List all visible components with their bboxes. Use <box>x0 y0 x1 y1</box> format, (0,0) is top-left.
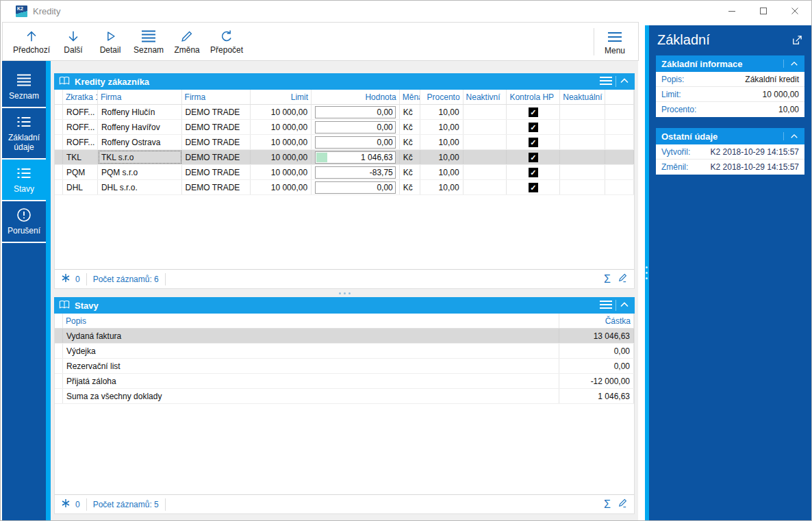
table-row[interactable]: ROFF...Roffeny HlučínDEMO TRADE10 000,00… <box>55 105 634 120</box>
column-header-firma[interactable]: Firma <box>98 90 182 104</box>
toolbar-button-label: Detail <box>100 45 121 55</box>
toolbar: PředchozíDalšíDetailSeznamZměnaPřepočet … <box>2 22 639 61</box>
table-row[interactable]: ROFF...Roffeny HavířovDEMO TRADE10 000,0… <box>55 120 634 135</box>
toolbar-button-recalculate[interactable]: Přepočet <box>205 25 248 59</box>
hodnota-input[interactable]: 0,00 <box>315 106 396 118</box>
table-row[interactable]: Rezervační list0,00 <box>55 359 634 374</box>
snowflake-icon[interactable] <box>61 498 71 510</box>
column-header-firma2[interactable]: Firma <box>182 90 251 104</box>
column-header-neaktualni[interactable]: Neaktuální <box>560 90 605 104</box>
info-label: Procento: <box>661 105 696 114</box>
cell-popis: Suma za všechny doklady <box>63 389 559 403</box>
sidebar-item-poruseni[interactable]: Porušení <box>2 201 46 243</box>
table-row[interactable]: TKLTKL s.r.oDEMO TRADE10 000,001 046,63K… <box>55 150 634 165</box>
hodnota-input[interactable]: 0,00 <box>315 136 396 149</box>
column-header-zkratka[interactable]: Zkratka 1 <box>63 90 98 104</box>
column-header-mena[interactable]: Měna <box>400 90 420 104</box>
checkbox-checked-icon[interactable]: ✓ <box>529 107 538 117</box>
toolbar-button-next[interactable]: Další <box>55 25 92 59</box>
table-row[interactable]: PQMPQM s.r.oDEMO TRADE10 000,00-83,75Kč1… <box>55 165 634 180</box>
maximize-button[interactable] <box>748 1 779 21</box>
cell-filler <box>605 165 634 179</box>
open-in-window-icon[interactable] <box>791 34 803 49</box>
cell-filler <box>605 135 634 149</box>
cell-firma: Roffeny Ostrava <box>98 135 182 149</box>
menu-button-label: Menu <box>605 46 625 55</box>
toolbar-buttons: PředchozíDalšíDetailSeznamZměnaPřepočet <box>3 23 638 60</box>
cell-firma: Roffeny Hlučín <box>98 105 182 119</box>
menu-button[interactable]: Menu <box>597 25 633 59</box>
edit-pencil-icon[interactable] <box>618 272 628 285</box>
cell-procento: 10,00 <box>420 120 464 134</box>
column-header-kontrola_hp[interactable]: Kontrola HP <box>507 90 560 104</box>
cell-castka: -12 000,00 <box>559 374 634 388</box>
toolbar-button-edit[interactable]: Změna <box>168 25 205 59</box>
list-icon <box>140 28 157 45</box>
cell-filler <box>605 150 634 164</box>
column-header-hodnota[interactable]: Hodnota <box>312 90 400 104</box>
checkbox-checked-icon[interactable]: ✓ <box>529 153 538 162</box>
cell-marker <box>55 344 63 358</box>
collapse-chevron-up-icon[interactable] <box>619 76 630 88</box>
snowflake-icon[interactable] <box>61 273 71 285</box>
section-collapse-chevron-icon[interactable] <box>783 60 799 68</box>
checkbox-checked-icon[interactable]: ✓ <box>529 123 538 132</box>
checkbox-checked-icon[interactable]: ✓ <box>529 168 538 177</box>
hodnota-input[interactable]: 0,00 <box>315 121 396 134</box>
cell-neaktualni <box>560 105 605 119</box>
table-row[interactable]: DHLDHL s.r.o.DEMO TRADE10 000,000,00Kč10… <box>55 180 634 195</box>
minimize-button[interactable] <box>716 1 748 21</box>
sidebar-item-stavy[interactable]: Stavy <box>2 160 46 201</box>
horizontal-splitter[interactable] <box>54 289 635 297</box>
table-row[interactable]: Suma za všechny doklady1 046,63 <box>55 389 634 404</box>
sum-sigma-icon[interactable]: Σ <box>604 273 611 285</box>
edit-pencil-icon[interactable] <box>618 498 628 511</box>
cell-castka: 1 046,63 <box>559 389 634 403</box>
title-bar: K2 Kredity <box>1 1 811 22</box>
book-icon <box>59 76 70 88</box>
toolbar-button-previous[interactable]: Předchozí <box>8 25 55 59</box>
cell-castka: 0,00 <box>559 344 634 358</box>
checkbox-checked-icon[interactable]: ✓ <box>529 183 538 192</box>
section-collapse-chevron-icon[interactable] <box>783 132 799 140</box>
checkbox-checked-icon[interactable]: ✓ <box>529 138 538 147</box>
maximize-icon <box>759 7 767 15</box>
toolbar-button-list[interactable]: Seznam <box>129 25 168 59</box>
panel-header-divider <box>616 300 616 311</box>
flag-count: 0 <box>75 275 80 284</box>
hodnota-input[interactable]: 0,00 <box>315 181 396 194</box>
sidebar-item-zakladni-udaje[interactable]: Základní údaje <box>2 108 46 160</box>
table-row[interactable]: Výdejka0,00 <box>55 344 634 359</box>
sidebar-item-seznam[interactable]: Seznam <box>2 66 46 108</box>
column-header-neaktivni[interactable]: Neaktivní <box>464 90 507 104</box>
toolbar-button-detail[interactable]: Detail <box>92 25 129 59</box>
app-window: K2 Kredity PředchozíDalšíDetailSeznamZmě… <box>0 0 812 521</box>
hodnota-value: 1 046,63 <box>361 153 393 162</box>
column-header-procento[interactable]: Procento <box>420 90 464 104</box>
hodnota-input[interactable]: 1 046,63 <box>315 151 396 164</box>
record-count: Počet záznamů: 6 <box>93 275 159 284</box>
section-header-basic-info[interactable]: Základní informace <box>656 55 804 72</box>
cell-kontrola_hp: ✓ <box>507 165 560 179</box>
close-button[interactable] <box>779 1 811 21</box>
table-row[interactable]: Přijatá záloha-12 000,00 <box>55 374 634 389</box>
cell-marker <box>55 180 63 194</box>
table-row[interactable]: Vydaná faktura13 046,63 <box>55 329 634 344</box>
cell-neaktualni <box>560 180 605 194</box>
sum-sigma-icon[interactable]: Σ <box>604 498 611 511</box>
cell-neaktivni <box>464 120 507 134</box>
table-row[interactable]: ROFF...Roffeny OstravaDEMO TRADE10 000,0… <box>55 135 634 150</box>
section-header-other-info[interactable]: Ostatní údaje <box>656 128 804 144</box>
column-header-blank <box>605 90 634 104</box>
panel-menu-icon[interactable] <box>599 299 613 312</box>
collapse-chevron-up-icon[interactable] <box>619 300 630 312</box>
info-label: Limit: <box>661 90 681 99</box>
panel-menu-icon[interactable] <box>599 75 613 88</box>
column-header-limit[interactable]: Limit <box>251 90 312 104</box>
toolbar-button-label: Další <box>64 45 82 55</box>
hodnota-input[interactable]: -83,75 <box>315 166 396 179</box>
column-header-popis[interactable]: Popis <box>63 314 559 328</box>
hodnota-value: 0,00 <box>377 123 392 132</box>
column-header-castka[interactable]: Částka <box>559 314 634 328</box>
app-logo-icon: K2 <box>16 5 27 17</box>
